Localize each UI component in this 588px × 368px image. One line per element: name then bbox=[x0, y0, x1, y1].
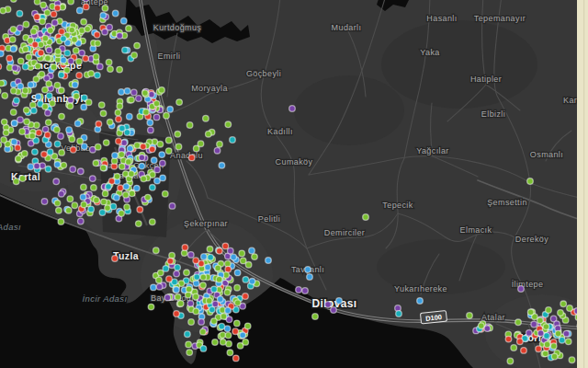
data-point[interactable] bbox=[536, 346, 542, 352]
data-point[interactable] bbox=[117, 33, 123, 40]
data-point[interactable] bbox=[72, 82, 78, 88]
data-point[interactable] bbox=[211, 286, 218, 293]
data-point[interactable] bbox=[139, 163, 145, 169]
data-point[interactable] bbox=[188, 319, 195, 326]
data-point[interactable] bbox=[73, 48, 79, 54]
data-point[interactable] bbox=[526, 330, 533, 337]
map-canvas[interactable]: antepeKurtdoğmuşEmirliMudarlıHasanlıTepe… bbox=[0, 0, 588, 368]
data-point[interactable] bbox=[231, 254, 237, 260]
data-point[interactable] bbox=[228, 247, 234, 254]
data-point[interactable] bbox=[187, 350, 193, 356]
data-point[interactable] bbox=[24, 108, 30, 114]
data-point[interactable] bbox=[68, 58, 74, 64]
data-point[interactable] bbox=[116, 116, 122, 122]
data-point[interactable] bbox=[88, 71, 95, 77]
data-point[interactable] bbox=[34, 14, 40, 20]
data-point[interactable] bbox=[156, 283, 163, 290]
data-point[interactable] bbox=[136, 96, 142, 102]
data-point[interactable] bbox=[76, 73, 83, 79]
data-point[interactable] bbox=[214, 147, 220, 154]
data-point[interactable] bbox=[181, 250, 187, 257]
data-point[interactable] bbox=[227, 350, 233, 356]
data-point[interactable] bbox=[252, 254, 258, 260]
data-point[interactable] bbox=[11, 121, 17, 127]
data-point[interactable] bbox=[15, 144, 21, 151]
data-point[interactable] bbox=[45, 167, 51, 173]
data-point[interactable] bbox=[61, 57, 67, 63]
data-point[interactable] bbox=[467, 313, 473, 319]
data-point[interactable] bbox=[17, 10, 23, 17]
data-point[interactable] bbox=[225, 121, 232, 128]
data-point[interactable] bbox=[542, 351, 548, 357]
data-point[interactable] bbox=[95, 73, 101, 79]
data-point[interactable] bbox=[206, 131, 212, 137]
data-point[interactable] bbox=[32, 41, 39, 48]
data-point[interactable] bbox=[417, 298, 424, 305]
data-point[interactable] bbox=[212, 301, 219, 307]
data-point[interactable] bbox=[201, 254, 208, 260]
data-point[interactable] bbox=[141, 144, 147, 150]
data-point[interactable] bbox=[74, 121, 81, 127]
data-point[interactable] bbox=[33, 76, 40, 83]
data-point[interactable] bbox=[61, 162, 67, 168]
data-point[interactable] bbox=[198, 319, 205, 326]
data-point[interactable] bbox=[151, 284, 157, 291]
data-point[interactable] bbox=[112, 10, 119, 17]
data-point[interactable] bbox=[64, 50, 71, 56]
data-point[interactable] bbox=[148, 304, 154, 310]
data-point[interactable] bbox=[160, 160, 166, 167]
data-point[interactable] bbox=[41, 199, 48, 205]
data-point[interactable] bbox=[240, 258, 246, 264]
data-point[interactable] bbox=[83, 4, 89, 10]
data-point[interactable] bbox=[41, 152, 48, 158]
data-point[interactable] bbox=[165, 148, 172, 155]
data-point[interactable] bbox=[220, 339, 226, 346]
data-point[interactable] bbox=[537, 317, 544, 324]
data-point[interactable] bbox=[81, 104, 87, 110]
data-point[interactable] bbox=[122, 47, 129, 53]
data-point[interactable] bbox=[93, 160, 99, 167]
data-point[interactable] bbox=[544, 333, 550, 339]
data-point[interactable] bbox=[150, 219, 156, 225]
data-point[interactable] bbox=[117, 66, 123, 73]
data-point[interactable] bbox=[112, 153, 119, 159]
data-point[interactable] bbox=[96, 121, 102, 128]
data-point[interactable] bbox=[511, 345, 517, 351]
data-point[interactable] bbox=[188, 252, 195, 259]
data-point[interactable] bbox=[569, 357, 575, 363]
data-point[interactable] bbox=[240, 332, 246, 339]
data-point[interactable] bbox=[156, 277, 163, 283]
data-point[interactable] bbox=[266, 258, 272, 264]
data-point[interactable] bbox=[184, 270, 190, 276]
data-point[interactable] bbox=[131, 52, 138, 59]
data-point[interactable] bbox=[182, 245, 188, 251]
data-point[interactable] bbox=[174, 270, 180, 277]
data-point[interactable] bbox=[101, 199, 107, 205]
data-point[interactable] bbox=[163, 266, 169, 272]
data-point[interactable] bbox=[40, 18, 46, 25]
data-point[interactable] bbox=[517, 339, 524, 345]
data-point[interactable] bbox=[102, 29, 108, 35]
data-point[interactable] bbox=[159, 152, 165, 158]
data-point[interactable] bbox=[216, 276, 222, 282]
data-point[interactable] bbox=[175, 132, 181, 138]
data-point[interactable] bbox=[17, 83, 24, 89]
data-point[interactable] bbox=[54, 201, 61, 207]
data-point[interactable] bbox=[17, 58, 24, 64]
data-point[interactable] bbox=[46, 93, 52, 99]
data-point[interactable] bbox=[158, 270, 164, 276]
data-point[interactable] bbox=[550, 343, 557, 350]
data-point[interactable] bbox=[505, 336, 512, 342]
data-point[interactable] bbox=[6, 55, 13, 62]
data-point[interactable] bbox=[77, 7, 84, 14]
data-point[interactable] bbox=[243, 293, 249, 300]
data-point[interactable] bbox=[0, 142, 2, 148]
data-point[interactable] bbox=[22, 151, 28, 157]
data-point[interactable] bbox=[154, 167, 161, 173]
data-point[interactable] bbox=[94, 32, 100, 39]
data-point[interactable] bbox=[153, 100, 160, 107]
data-point[interactable] bbox=[106, 59, 112, 65]
data-point[interactable] bbox=[100, 110, 107, 117]
data-point[interactable] bbox=[47, 149, 53, 155]
data-point[interactable] bbox=[186, 286, 192, 293]
